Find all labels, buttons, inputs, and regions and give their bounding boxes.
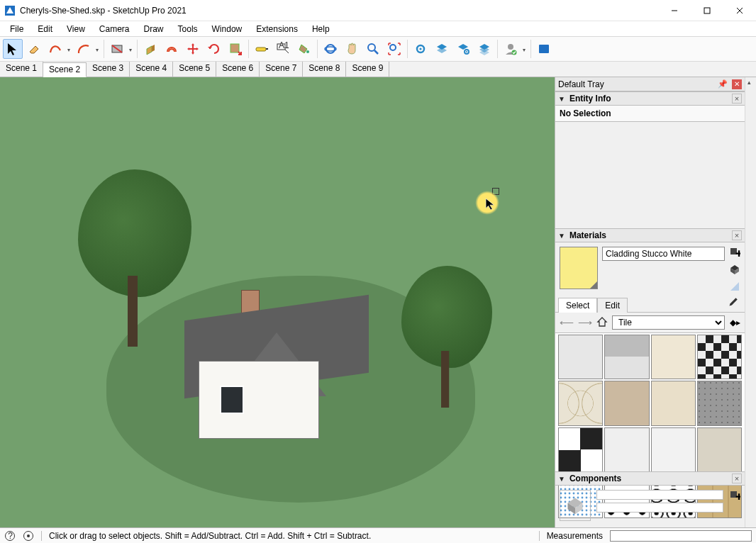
material-tile[interactable] xyxy=(651,381,696,425)
default-material-icon[interactable] xyxy=(729,264,740,275)
material-tile[interactable] xyxy=(558,335,603,379)
material-tile[interactable] xyxy=(558,381,603,425)
scene-tab-7[interactable]: Scene 7 xyxy=(260,62,303,77)
materials-home-icon[interactable] xyxy=(596,316,608,330)
rotate-tool[interactable] xyxy=(204,39,224,59)
tray-title-bar[interactable]: Default Tray 📌 ✕ xyxy=(555,77,745,91)
material-tile[interactable] xyxy=(697,381,742,425)
material-tile[interactable] xyxy=(604,335,649,379)
menu-window[interactable]: Window xyxy=(205,23,250,35)
materials-back-icon[interactable]: ⟵ xyxy=(560,317,574,328)
collapse-triangle-icon: ▼ xyxy=(558,232,565,240)
menu-file[interactable]: File xyxy=(3,23,30,35)
materials-header[interactable]: ▼ Materials × xyxy=(555,228,745,242)
help-icon[interactable]: ? xyxy=(4,530,16,542)
scene-tab-4[interactable]: Scene 4 xyxy=(130,62,173,77)
warehouse-gear-tool[interactable] xyxy=(411,39,430,59)
material-tile[interactable] xyxy=(558,427,603,472)
material-tile[interactable] xyxy=(604,427,649,472)
component-options-icon[interactable]: ✚ xyxy=(729,490,740,501)
scene-tab-2[interactable]: Scene 2 xyxy=(43,62,87,77)
create-material-icon[interactable]: ✚ xyxy=(729,247,740,258)
entity-info-header[interactable]: ▼ Entity Info × xyxy=(555,91,745,106)
toolbar-separator xyxy=(317,40,318,58)
svg-point-18 xyxy=(368,44,375,51)
material-tile[interactable] xyxy=(651,335,696,379)
rectangle-tool[interactable]: ▾ xyxy=(107,39,127,59)
push-pull-tool[interactable] xyxy=(140,39,160,59)
move-tool[interactable] xyxy=(183,39,203,59)
back-face-material-icon[interactable] xyxy=(729,281,740,292)
window-title: Cheryls-She-Shed.skp - SketchUp Pro 2021 xyxy=(20,6,658,16)
zoom-extents-tool[interactable] xyxy=(384,39,404,59)
close-button[interactable] xyxy=(723,0,756,21)
scene-tab-6[interactable]: Scene 6 xyxy=(216,62,260,77)
scene-tab-9[interactable]: Scene 9 xyxy=(346,62,389,77)
text-label-tool[interactable]: A1 xyxy=(273,39,293,59)
pin-icon[interactable]: 📌 xyxy=(718,79,728,89)
orbit-tool[interactable] xyxy=(321,39,340,59)
entity-info-empty-area xyxy=(555,122,745,228)
scene-tab-8[interactable]: Scene 8 xyxy=(303,62,346,77)
menu-draw[interactable]: Draw xyxy=(137,23,171,35)
geolocation-icon[interactable] xyxy=(23,530,34,542)
materials-category-select[interactable]: Tile xyxy=(612,315,725,330)
components-header[interactable]: ▼ Components × xyxy=(555,471,745,486)
materials-close[interactable]: × xyxy=(732,230,742,240)
material-tile[interactable] xyxy=(697,335,742,379)
maximize-button[interactable] xyxy=(691,0,723,21)
menu-extensions[interactable]: Extensions xyxy=(249,23,305,35)
material-name-input[interactable] xyxy=(602,247,725,261)
current-material-swatch[interactable] xyxy=(560,247,598,289)
material-tile[interactable] xyxy=(604,381,649,425)
menu-help[interactable]: Help xyxy=(305,23,337,35)
scene-tab-1[interactable]: Scene 1 xyxy=(0,62,43,77)
account-tool[interactable]: ▾ xyxy=(501,39,521,59)
materials-tab-select[interactable]: Select xyxy=(558,298,597,313)
paint-bucket-tool[interactable] xyxy=(294,39,314,59)
component-thumb[interactable] xyxy=(560,490,591,521)
materials-forward-icon[interactable]: ⟶ xyxy=(578,317,592,328)
tray-scrollbar[interactable]: ▴ xyxy=(745,77,756,527)
eyedropper-icon[interactable] xyxy=(726,296,739,309)
blue-panel-tool[interactable] xyxy=(534,39,554,59)
collapse-triangle-icon: ▼ xyxy=(558,475,565,483)
title-bar: Cheryls-She-Shed.skp - SketchUp Pro 2021 xyxy=(0,0,756,21)
menu-camera[interactable]: Camera xyxy=(92,23,137,35)
warehouse-stack-tool[interactable] xyxy=(432,39,452,59)
entity-info-body: No Selection xyxy=(555,106,745,122)
materials-tab-edit[interactable]: Edit xyxy=(597,298,628,313)
pan-tool[interactable] xyxy=(342,39,362,59)
measurements-input[interactable] xyxy=(610,530,752,542)
materials-details-icon[interactable]: ◆▸ xyxy=(729,318,740,328)
entity-info-close[interactable]: × xyxy=(732,94,742,103)
main-toolbar: ▾▾▾A1▾ xyxy=(0,37,756,62)
viewport-3d[interactable] xyxy=(0,77,555,527)
eraser-tool[interactable] xyxy=(24,39,44,59)
components-close[interactable]: × xyxy=(732,474,742,483)
zoom-tool[interactable] xyxy=(363,39,383,59)
scene-tab-3[interactable]: Scene 3 xyxy=(87,62,130,77)
tree-left xyxy=(71,169,199,354)
menu-tools[interactable]: Tools xyxy=(171,23,205,35)
select-tool[interactable] xyxy=(3,39,23,59)
tray-close-button[interactable]: ✕ xyxy=(732,79,742,89)
extension-warehouse-tool[interactable] xyxy=(453,39,473,59)
svg-rect-10 xyxy=(256,47,266,51)
component-name-field[interactable] xyxy=(596,490,723,500)
material-tile[interactable] xyxy=(697,427,742,472)
layers-panel-tool[interactable] xyxy=(474,39,494,59)
material-tile[interactable] xyxy=(651,427,696,472)
scroll-up-arrow-icon[interactable]: ▴ xyxy=(747,79,751,86)
freehand-arc-tool[interactable]: ▾ xyxy=(45,39,65,59)
tree-right xyxy=(396,266,498,413)
minimize-button[interactable] xyxy=(658,0,691,21)
scale-tool[interactable] xyxy=(226,39,245,59)
menu-view[interactable]: View xyxy=(60,23,92,35)
scene-tab-5[interactable]: Scene 5 xyxy=(173,62,216,77)
offset-tool[interactable] xyxy=(162,39,182,59)
tape-measure-tool[interactable] xyxy=(252,39,272,59)
menu-edit[interactable]: Edit xyxy=(30,23,60,35)
component-desc-field[interactable] xyxy=(596,503,723,513)
arc-tool[interactable]: ▾ xyxy=(74,39,94,59)
